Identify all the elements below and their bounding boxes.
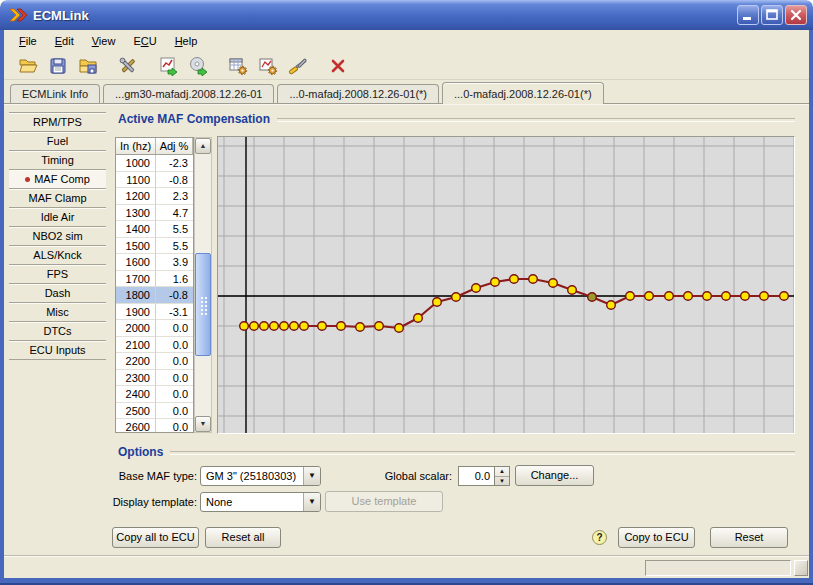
- maximize-button[interactable]: [761, 5, 783, 25]
- scroll-up-arrow-icon[interactable]: ▲: [195, 138, 211, 154]
- cell-in-hz[interactable]: 1900: [116, 304, 156, 321]
- cell-adj-pct[interactable]: 0.0: [156, 320, 193, 337]
- cell-adj-pct[interactable]: -0.8: [156, 287, 193, 304]
- sidebar-item-dash[interactable]: Dash: [9, 284, 106, 303]
- cell-adj-pct[interactable]: -0.8: [156, 172, 193, 189]
- cell-adj-pct[interactable]: 4.7: [156, 205, 193, 222]
- chart-point[interactable]: [568, 286, 577, 295]
- copy-all-to-ecu-button[interactable]: Copy all to ECU: [112, 527, 199, 548]
- chart-point[interactable]: [780, 292, 789, 301]
- cell-adj-pct[interactable]: 0.0: [156, 403, 193, 420]
- cell-in-hz[interactable]: 2000: [116, 320, 156, 337]
- base-maf-type-dropdown[interactable]: GM 3" (25180303) ▼: [200, 466, 321, 486]
- cell-adj-pct[interactable]: 1.6: [156, 271, 193, 288]
- cell-in-hz[interactable]: 1100: [116, 172, 156, 189]
- cell-in-hz[interactable]: 2200: [116, 353, 156, 370]
- cell-adj-pct[interactable]: -3.1: [156, 304, 193, 321]
- chart-point[interactable]: [337, 322, 346, 331]
- chart-point[interactable]: [300, 322, 309, 331]
- chart-point[interactable]: [645, 292, 654, 301]
- spin-up-icon[interactable]: ▲: [495, 467, 509, 477]
- chart-point[interactable]: [270, 322, 279, 331]
- tab-log-2[interactable]: ...0-mafadj.2008.12.26-01(*): [277, 84, 439, 103]
- table-row[interactable]: 23000.0: [116, 370, 193, 387]
- cell-adj-pct[interactable]: 0.0: [156, 353, 193, 370]
- spin-down-icon[interactable]: ▼: [495, 477, 509, 486]
- sidebar-item-timing[interactable]: Timing: [9, 151, 106, 170]
- sidebar-item-fuel[interactable]: Fuel: [9, 132, 106, 151]
- open-file-icon[interactable]: [18, 56, 38, 76]
- chart-point[interactable]: [250, 322, 259, 331]
- column-header-adj-pct[interactable]: Adj %: [156, 138, 193, 154]
- table-row[interactable]: 16003.9: [116, 254, 193, 271]
- scroll-down-arrow-icon[interactable]: ▼: [195, 416, 211, 432]
- cell-in-hz[interactable]: 1500: [116, 238, 156, 255]
- sidebar-item-maf-clamp[interactable]: MAF Clamp: [9, 189, 106, 208]
- sidebar-item-fps[interactable]: FPS: [9, 265, 106, 284]
- cell-adj-pct[interactable]: 0.0: [156, 370, 193, 387]
- save-file-icon[interactable]: [48, 56, 68, 76]
- minimize-button[interactable]: [737, 5, 759, 25]
- table-row[interactable]: 22000.0: [116, 353, 193, 370]
- cell-adj-pct[interactable]: 0.0: [156, 337, 193, 354]
- display-template-dropdown[interactable]: None ▼: [200, 492, 321, 512]
- copy-to-ecu-button[interactable]: Copy to ECU: [618, 527, 695, 548]
- cell-in-hz[interactable]: 2300: [116, 370, 156, 387]
- table-row[interactable]: 25000.0: [116, 403, 193, 420]
- table-row[interactable]: 14005.5: [116, 221, 193, 238]
- chart-point[interactable]: [607, 301, 616, 310]
- chart-point[interactable]: [510, 275, 519, 284]
- scrollbar-thumb[interactable]: [195, 253, 211, 356]
- resize-grip[interactable]: [794, 560, 808, 576]
- chart-point[interactable]: [375, 322, 384, 331]
- table-row[interactable]: 1100-0.8: [116, 172, 193, 189]
- table-row[interactable]: 26000.0: [116, 419, 193, 433]
- chart-point[interactable]: [529, 275, 538, 284]
- cell-in-hz[interactable]: 1000: [116, 155, 156, 172]
- cell-adj-pct[interactable]: -2.3: [156, 155, 193, 172]
- cell-in-hz[interactable]: 1300: [116, 205, 156, 222]
- table-row[interactable]: 1800-0.8: [116, 287, 193, 304]
- table-row[interactable]: 1900-3.1: [116, 304, 193, 321]
- cell-adj-pct[interactable]: 2.3: [156, 188, 193, 205]
- cell-in-hz[interactable]: 1200: [116, 188, 156, 205]
- cell-in-hz[interactable]: 2600: [116, 419, 156, 433]
- cell-in-hz[interactable]: 2100: [116, 337, 156, 354]
- chart-point[interactable]: [395, 324, 404, 333]
- chevron-down-icon[interactable]: ▼: [303, 467, 320, 485]
- chart-point[interactable]: [356, 323, 365, 332]
- table-row[interactable]: 24000.0: [116, 386, 193, 403]
- menu-item-view[interactable]: View: [83, 32, 125, 50]
- close-button[interactable]: [785, 5, 807, 25]
- chart-point[interactable]: [760, 292, 769, 301]
- menu-item-edit[interactable]: Edit: [46, 32, 83, 50]
- table-row[interactable]: 15005.5: [116, 238, 193, 255]
- sidebar-item-rpm-tps[interactable]: RPM/TPS: [9, 113, 106, 132]
- chart-point[interactable]: [280, 322, 289, 331]
- table-row[interactable]: 12002.3: [116, 188, 193, 205]
- table-row[interactable]: 17001.6: [116, 271, 193, 288]
- chart-point[interactable]: [741, 292, 750, 301]
- cell-in-hz[interactable]: 1600: [116, 254, 156, 271]
- menu-item-file[interactable]: File: [10, 32, 46, 50]
- column-header-in-hz[interactable]: In (hz): [116, 138, 156, 154]
- table-row[interactable]: 1000-2.3: [116, 155, 193, 172]
- tab-ecmlink-info[interactable]: ECMLink Info: [10, 84, 100, 103]
- table-scrollbar[interactable]: ▲ ▼: [194, 137, 212, 433]
- chart-point[interactable]: [433, 298, 442, 307]
- cell-adj-pct[interactable]: 5.5: [156, 221, 193, 238]
- change-button[interactable]: Change...: [515, 465, 594, 486]
- maf-compensation-chart[interactable]: [217, 136, 795, 434]
- chart-point[interactable]: [318, 322, 327, 331]
- title-bar[interactable]: ECMLink: [0, 0, 813, 30]
- chart-point[interactable]: [703, 292, 712, 301]
- sidebar-item-maf-comp[interactable]: MAF Comp: [9, 170, 106, 189]
- cell-in-hz[interactable]: 1800: [116, 287, 156, 304]
- chart-point[interactable]: [626, 292, 635, 301]
- tools-icon[interactable]: [118, 56, 138, 76]
- cell-adj-pct[interactable]: 0.0: [156, 386, 193, 403]
- chevron-down-icon[interactable]: ▼: [303, 493, 320, 511]
- help-icon[interactable]: ?: [592, 530, 607, 545]
- cell-in-hz[interactable]: 1400: [116, 221, 156, 238]
- chart-point[interactable]: [549, 279, 558, 288]
